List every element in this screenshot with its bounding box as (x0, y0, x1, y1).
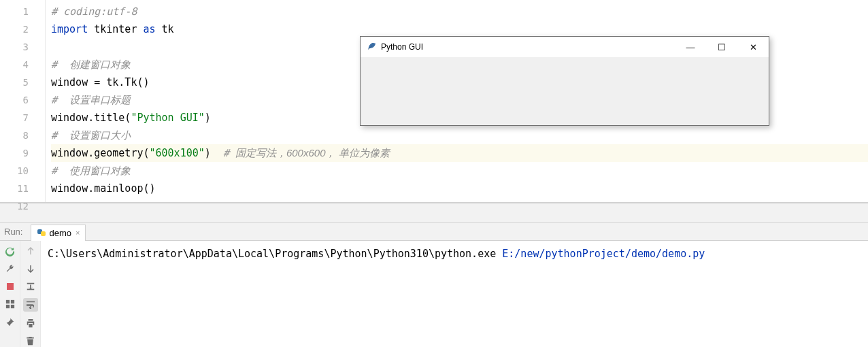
run-tab-name: demo (49, 228, 71, 238)
tkinter-app-window[interactable]: Python GUI — ☐ ✕ (360, 36, 769, 126)
console-output[interactable]: C:\Users\Administrator\AppData\Local\Pro… (41, 241, 868, 347)
line-number: 6 (0, 91, 45, 109)
rerun-icon[interactable] (4, 245, 16, 257)
pin-icon[interactable] (4, 316, 16, 328)
line-number: 12 (0, 197, 45, 215)
stop-icon[interactable] (4, 280, 16, 293)
arrow-down-icon[interactable] (24, 263, 37, 275)
minimize-button[interactable]: — (675, 37, 706, 57)
svg-rect-0 (5, 300, 9, 303)
close-icon[interactable]: × (76, 229, 80, 237)
maximize-button[interactable]: ☐ (706, 37, 737, 57)
code-line-11[interactable]: window.mainloop() (51, 180, 868, 197)
python-icon (37, 228, 46, 237)
line-number: 10 (0, 162, 45, 180)
tkinter-titlebar[interactable]: Python GUI — ☐ ✕ (361, 37, 769, 57)
run-panel: C:\Users\Administrator\AppData\Local\Pro… (0, 223, 868, 347)
tkinter-window-title: Python GUI (381, 42, 675, 52)
code-line-8[interactable]: # 设置窗口大小 (51, 127, 868, 144)
soft-wrap-icon[interactable] (23, 298, 38, 312)
line-number: 8 (0, 127, 45, 144)
window-controls: — ☐ ✕ (675, 37, 769, 57)
panel-separator (0, 203, 868, 223)
run-label: Run: (4, 227, 22, 237)
code-line-10[interactable]: # 使用窗口对象 (51, 162, 868, 180)
line-gutter: 1 2 3 4 5 6 7 8 9 10 11 12 (0, 0, 46, 202)
tk-feather-icon (366, 42, 375, 52)
line-number: 5 (0, 73, 45, 91)
line-number: 9 (0, 144, 45, 162)
export-icon[interactable] (24, 280, 37, 293)
wrench-icon[interactable] (4, 263, 16, 275)
arrow-up-icon[interactable] (24, 245, 37, 257)
code-line-1[interactable]: # coding:utf-8 (51, 3, 868, 20)
run-toolbar-right (20, 241, 41, 347)
console-script-path: E:/new/pythonProject/demo/demo.py (502, 248, 705, 260)
line-number: 1 (0, 3, 45, 20)
close-button[interactable]: ✕ (737, 37, 769, 57)
trash-icon[interactable] (24, 335, 37, 347)
layout-icon[interactable] (4, 298, 16, 310)
line-number: 4 (0, 56, 45, 73)
code-line-9[interactable]: window.geometry("600x100") # 固定写法，600x60… (51, 144, 868, 162)
svg-rect-1 (10, 300, 14, 303)
print-icon[interactable] (24, 317, 37, 329)
svg-rect-3 (10, 305, 14, 308)
run-toolbar-left (0, 241, 20, 347)
line-number: 11 (0, 180, 45, 197)
run-panel-header: Run: demo × (0, 223, 868, 241)
line-number: 3 (0, 38, 45, 56)
line-number: 2 (0, 20, 45, 38)
svg-rect-2 (5, 305, 9, 308)
run-tab-demo[interactable]: demo × (31, 225, 86, 241)
line-number: 7 (0, 109, 45, 127)
console-exe-path: C:\Users\Administrator\AppData\Local\Pro… (48, 248, 502, 260)
